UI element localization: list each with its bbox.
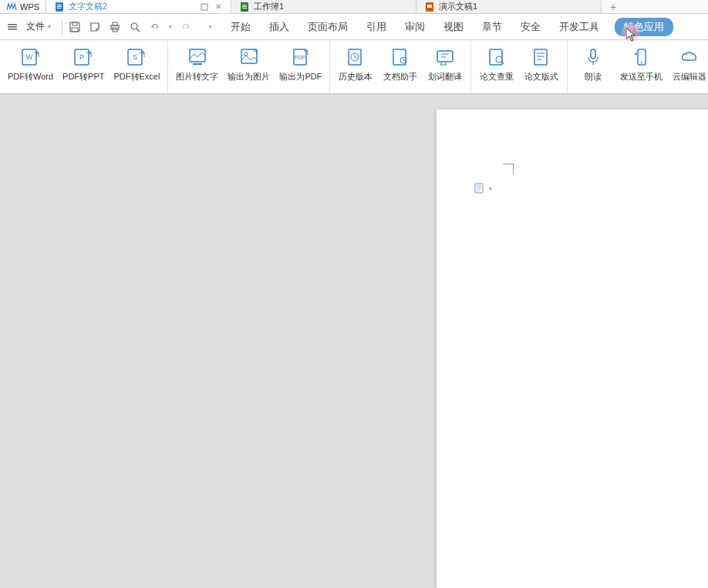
page-style-dropdown[interactable]: ▾ [474, 182, 492, 194]
menu-tab-dev-tools[interactable]: 开发工具 [556, 19, 602, 35]
svg-rect-10 [427, 5, 432, 8]
ribbon-group-misc: 朗读 发送至手机 云编辑器 [568, 40, 708, 93]
hamburger-icon [8, 22, 17, 32]
doc-tab-label: 文字文稿2 [69, 1, 107, 12]
presentation-icon [424, 2, 435, 12]
svg-text:W: W [25, 53, 32, 61]
hamburger-menu[interactable] [3, 22, 22, 32]
image-to-text-button[interactable]: 图片转文字 [171, 45, 223, 89]
app-tab-wps[interactable]: WPS [0, 0, 46, 13]
read-aloud-button[interactable]: 朗读 [571, 45, 615, 89]
close-tab-icon[interactable]: ✕ [214, 2, 223, 12]
menu-tab-review[interactable]: 审阅 [402, 19, 428, 35]
translate-icon [434, 46, 456, 68]
svg-rect-44 [534, 49, 547, 65]
menu-tab-insert[interactable]: 插入 [266, 19, 292, 35]
svg-rect-15 [72, 22, 77, 25]
quick-actions: ▾ ▾ [69, 21, 212, 33]
svg-rect-7 [242, 6, 247, 7]
pdf-to-word-button[interactable]: W PDF转Word [3, 45, 58, 89]
document-editing-area[interactable]: ▾ [0, 94, 708, 588]
app-name: WPS [20, 2, 39, 12]
svg-rect-29 [193, 63, 202, 65]
menu-tab-section[interactable]: 章节 [479, 19, 505, 35]
menu-bar: 文件 ▾ ▾ ▾ 开始 插入 页面布局 引用 审阅 视图 章节 安全 [0, 14, 708, 40]
undo-dropdown-icon[interactable]: ▾ [169, 24, 172, 30]
menu-tab-layout[interactable]: 页面布局 [305, 19, 351, 35]
doc-tab-1[interactable]: 工作簿1 [231, 0, 416, 13]
pdf-word-icon: W [20, 46, 42, 68]
svg-rect-48 [591, 49, 595, 59]
pdf-ppt-icon: P [72, 46, 94, 68]
chevron-down-icon: ▾ [48, 23, 51, 30]
microphone-icon [582, 46, 604, 68]
wps-logo-icon [6, 2, 17, 12]
save-as-icon[interactable] [89, 21, 101, 33]
doc-tab-0[interactable]: 文字文稿2 ✕ [46, 0, 231, 13]
undo-icon[interactable] [149, 21, 161, 33]
svg-rect-13 [8, 29, 17, 30]
img-text-icon [187, 46, 208, 68]
phone-icon [631, 46, 652, 68]
svg-line-21 [137, 29, 140, 32]
send-to-phone-button[interactable]: 发送至手机 [615, 45, 667, 89]
separator [62, 19, 62, 35]
save-icon[interactable] [69, 21, 81, 33]
svg-rect-30 [241, 49, 257, 63]
menu-tab-security[interactable]: 安全 [518, 19, 544, 35]
svg-rect-11 [8, 24, 17, 25]
export-as-image-button[interactable]: 输出为图片 [223, 45, 275, 89]
page-style-icon [474, 182, 486, 194]
svg-point-51 [641, 62, 642, 63]
print-icon[interactable] [109, 21, 121, 33]
more-dropdown-icon[interactable]: ▾ [209, 24, 212, 30]
export-img-icon [238, 46, 260, 68]
cursor-pointer-icon [626, 28, 637, 44]
paper-check-icon [486, 46, 507, 68]
doc-tab-label: 工作簿1 [254, 1, 284, 12]
paper-check-button[interactable]: 论文查重 [474, 45, 519, 89]
export-as-pdf-button[interactable]: PDF 输出为PDF [275, 45, 326, 89]
cloud-editor-button[interactable]: 云编辑器 [667, 45, 708, 89]
file-menu[interactable]: 文件 ▾ [22, 20, 56, 33]
doc-helper-icon [389, 46, 411, 68]
pdf-to-excel-button[interactable]: S PDF转Excel [110, 45, 165, 89]
ribbon: W PDF转Word P PDF转PPT S PDF转Excel 图片转文字 [0, 40, 708, 94]
print-preview-icon[interactable] [129, 21, 141, 33]
svg-rect-28 [190, 49, 205, 62]
ribbon-group-tools: 历史版本 文档助手 划词翻译 [330, 40, 471, 93]
svg-text:PDF: PDF [295, 55, 305, 60]
cloud-icon [679, 46, 700, 68]
svg-point-20 [131, 23, 137, 29]
svg-text:S: S [133, 53, 137, 61]
external-window-icon[interactable] [200, 2, 209, 12]
ribbon-group-pdf: W PDF转Word P PDF转PPT S PDF转Excel [0, 40, 168, 93]
history-icon [345, 46, 366, 68]
menu-tabs: 开始 插入 页面布局 引用 审阅 视图 章节 安全 开发工具 特色应用 [228, 18, 673, 36]
svg-rect-4 [201, 4, 207, 10]
redo-icon[interactable] [180, 21, 192, 33]
menu-tab-start[interactable]: 开始 [228, 19, 254, 35]
svg-rect-12 [8, 26, 17, 28]
svg-point-42 [496, 56, 502, 63]
doc-tab-2[interactable]: 演示文稿1 [416, 0, 602, 13]
menu-tab-view[interactable]: 视图 [440, 19, 467, 35]
new-tab-button[interactable]: + [602, 0, 625, 13]
ribbon-group-paper: 论文查重 论文版式 [471, 40, 568, 93]
history-versions-button[interactable]: 历史版本 [333, 45, 378, 89]
svg-rect-6 [242, 5, 247, 5]
translation-button[interactable]: 划词翻译 [423, 45, 467, 89]
export-pdf-icon: PDF [290, 46, 312, 68]
svg-rect-8 [242, 8, 247, 8]
paper-format-icon [531, 46, 552, 68]
svg-rect-16 [72, 28, 78, 32]
page-margin-indicator [503, 164, 514, 174]
svg-rect-2 [57, 6, 62, 7]
svg-rect-3 [57, 8, 60, 8]
pdf-to-ppt-button[interactable]: P PDF转PPT [58, 45, 109, 89]
title-bar: WPS 文字文稿2 ✕ 工作簿1 演示文稿1 + [0, 0, 708, 14]
document-helper-button[interactable]: 文档助手 [378, 45, 423, 89]
document-page[interactable]: ▾ [437, 110, 708, 588]
menu-tab-references[interactable]: 引用 [363, 19, 389, 35]
paper-format-button[interactable]: 论文版式 [519, 45, 564, 89]
